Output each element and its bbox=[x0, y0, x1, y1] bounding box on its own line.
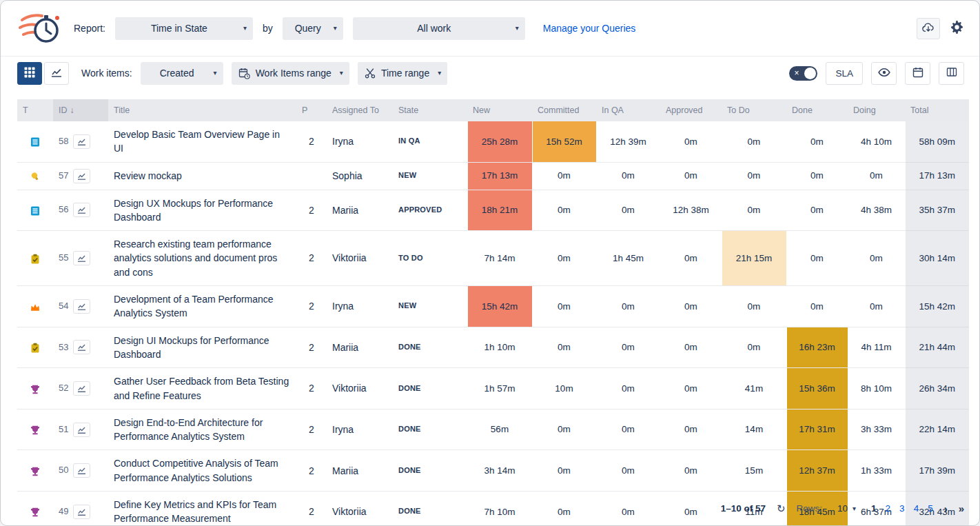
work-item-title[interactable]: Development of a Team Performance Analyt… bbox=[114, 294, 274, 318]
cell-id: 51 bbox=[53, 409, 108, 450]
cell-done: 17h 31m bbox=[786, 409, 848, 450]
cell-title: Review mockap bbox=[108, 162, 296, 190]
page-3[interactable]: 3 bbox=[899, 503, 905, 514]
table-row: 53Design UI Mockups for Performance Dash… bbox=[17, 327, 969, 368]
column-header-t[interactable]: T bbox=[17, 99, 53, 121]
work-item-title[interactable]: Define Key Metrics and KPIs for Team Per… bbox=[114, 499, 276, 524]
column-label: In QA bbox=[602, 105, 624, 115]
cell-approved: 0m bbox=[660, 450, 722, 492]
cell-priority bbox=[296, 162, 327, 190]
cell-id: 54 bbox=[53, 286, 108, 327]
toggle-switch[interactable]: × bbox=[789, 66, 817, 81]
sla-button[interactable]: SLA bbox=[826, 62, 863, 85]
page-1[interactable]: 1 bbox=[871, 503, 877, 514]
work-item-title[interactable]: Develop Basic Team Overview Page in UI bbox=[114, 129, 280, 154]
cell-in_qa: 0m bbox=[596, 450, 660, 492]
epic-icon bbox=[30, 302, 41, 313]
group-by-dropdown[interactable]: Query ▾ bbox=[283, 17, 343, 40]
column-label: Assigned To bbox=[332, 105, 379, 115]
cell-approved: 0m bbox=[660, 162, 722, 190]
row-chart-button[interactable] bbox=[73, 134, 90, 149]
work-items-range-dropdown[interactable]: Work Items range ▾ bbox=[232, 62, 349, 85]
column-header-id[interactable]: ID↓ bbox=[53, 99, 108, 121]
cloud-button[interactable] bbox=[917, 18, 940, 39]
column-header-assignee[interactable]: Assigned To bbox=[327, 99, 393, 121]
visibility-button[interactable] bbox=[871, 62, 897, 85]
row-chart-button[interactable] bbox=[73, 340, 90, 354]
cell-to_do: 14m bbox=[722, 409, 786, 450]
cell-state: DONE bbox=[393, 409, 467, 450]
work-item-title[interactable]: Design End-to-End Architecture for Perfo… bbox=[114, 417, 263, 442]
last-page-button[interactable]: » bbox=[959, 503, 964, 514]
column-header-p[interactable]: P bbox=[296, 99, 327, 121]
cell-id: 56 bbox=[53, 190, 108, 231]
work-item-title[interactable]: Design UX Mockups for Performance Dashbo… bbox=[114, 198, 273, 223]
created-dropdown[interactable]: Created ▾ bbox=[141, 62, 223, 85]
work-item-title[interactable]: Review mockap bbox=[114, 170, 182, 181]
manage-queries-link[interactable]: Manage your Queries bbox=[543, 23, 636, 34]
table-body: 58Develop Basic Team Overview Page in UI… bbox=[17, 121, 969, 526]
cell-done: 0m bbox=[786, 162, 848, 190]
row-chart-button[interactable] bbox=[73, 505, 90, 519]
cell-done: 0m bbox=[786, 121, 848, 162]
column-header-state[interactable]: State bbox=[393, 99, 467, 121]
cell-to_do: 21h 15m bbox=[722, 231, 786, 286]
query-dropdown[interactable]: All work ▾ bbox=[353, 17, 525, 40]
column-header-approved[interactable]: Approved bbox=[660, 99, 722, 121]
row-chart-button[interactable] bbox=[73, 251, 90, 265]
column-header-new[interactable]: New bbox=[467, 99, 532, 121]
cell-doing: 8h 10m bbox=[848, 368, 905, 409]
settings-button[interactable] bbox=[950, 18, 964, 39]
rows-per-page-dropdown[interactable]: 10 ▾ bbox=[833, 500, 860, 516]
row-chart-button[interactable] bbox=[73, 381, 90, 396]
work-item-title[interactable]: Design UI Mockups for Performance Dashbo… bbox=[114, 335, 269, 360]
work-item-title[interactable]: Conduct Competitive Analysis of Team Per… bbox=[114, 458, 278, 483]
row-chart-button[interactable] bbox=[73, 169, 90, 183]
cell-doing: 0m bbox=[848, 162, 905, 190]
table-row: 58Develop Basic Team Overview Page in UI… bbox=[17, 121, 969, 162]
row-chart-button[interactable] bbox=[73, 423, 90, 437]
work-item-title[interactable]: Research existing team performance analy… bbox=[114, 239, 277, 278]
page-5[interactable]: 5 bbox=[928, 503, 933, 514]
cell-committed: 0m bbox=[532, 327, 596, 368]
cell-doing: 3h 33m bbox=[848, 409, 905, 450]
column-header-done[interactable]: Done bbox=[786, 99, 848, 121]
report-type-dropdown[interactable]: Time in State ▾ bbox=[115, 17, 253, 40]
chevron-down-icon: ▾ bbox=[243, 24, 247, 32]
cell-total: 58h 09m bbox=[905, 121, 969, 162]
column-label: Total bbox=[910, 105, 928, 115]
column-label: ID bbox=[59, 105, 68, 115]
work-item-title[interactable]: Gather User Feedback from Beta Testing a… bbox=[114, 376, 289, 401]
column-header-title[interactable]: Title bbox=[108, 99, 296, 121]
cell-in_qa: 1h 45m bbox=[596, 231, 660, 286]
column-header-doing[interactable]: Doing bbox=[848, 99, 905, 121]
range-text: 1–10 of 57 bbox=[721, 503, 766, 514]
chevron-down-icon: ▾ bbox=[853, 505, 856, 512]
cell-type bbox=[17, 368, 53, 409]
cell-assignee: Mariia bbox=[327, 190, 393, 231]
cell-state: NEW bbox=[393, 162, 467, 190]
next-page-button[interactable]: › bbox=[944, 503, 948, 514]
toggle-knob bbox=[804, 68, 816, 79]
columns-button[interactable] bbox=[939, 62, 964, 85]
date-button[interactable] bbox=[905, 62, 930, 85]
row-chart-button[interactable] bbox=[73, 299, 90, 314]
column-header-to_do[interactable]: To Do bbox=[722, 99, 786, 121]
user-story-icon bbox=[30, 136, 41, 148]
page-4[interactable]: 4 bbox=[914, 503, 919, 514]
time-range-dropdown[interactable]: Time range ▾ bbox=[358, 62, 447, 85]
cell-type bbox=[17, 409, 53, 450]
chevron-down-icon: ▾ bbox=[214, 69, 217, 77]
row-chart-button[interactable] bbox=[73, 463, 90, 478]
chart-view-button[interactable] bbox=[44, 62, 69, 85]
column-header-committed[interactable]: Committed bbox=[532, 99, 596, 121]
cell-assignee: Iryna bbox=[327, 409, 393, 450]
row-chart-button[interactable] bbox=[73, 203, 90, 217]
grid-view-button[interactable] bbox=[17, 62, 42, 85]
column-header-in_qa[interactable]: In QA bbox=[596, 99, 660, 121]
cell-assignee: Sophia bbox=[327, 162, 393, 190]
page-2[interactable]: 2 bbox=[886, 503, 891, 514]
refresh-icon[interactable]: ↻ bbox=[777, 503, 786, 515]
cell-doing: 0m bbox=[848, 286, 905, 327]
column-header-total[interactable]: Total bbox=[905, 99, 969, 121]
